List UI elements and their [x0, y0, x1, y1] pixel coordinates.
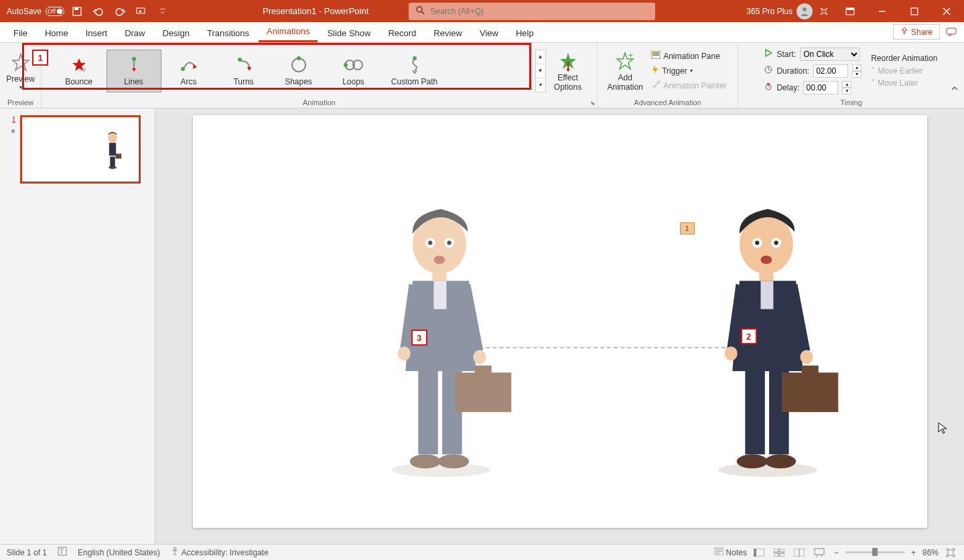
- tab-file[interactable]: File: [5, 24, 36, 42]
- gallery-item-custom-path[interactable]: Custom Path: [381, 50, 448, 92]
- account-label: 365 Pro Plus: [746, 7, 793, 16]
- tab-review[interactable]: Review: [425, 24, 470, 42]
- svg-rect-8: [846, 8, 854, 10]
- language-indicator[interactable]: English (United States): [78, 548, 160, 557]
- slide-thumbnail-1[interactable]: 1 ★: [4, 115, 151, 184]
- svg-rect-86: [774, 553, 778, 557]
- zoom-level[interactable]: 86%: [922, 548, 939, 557]
- add-animation-icon: +: [615, 50, 635, 74]
- qat-more-button[interactable]: [154, 3, 171, 20]
- tab-slideshow[interactable]: Slide Show: [319, 24, 378, 42]
- thumbnail-number: 1: [11, 115, 16, 125]
- svg-rect-10: [911, 8, 918, 15]
- slide-sorter-view-button[interactable]: [771, 546, 787, 559]
- gallery-item-lines[interactable]: Lines: [107, 50, 161, 92]
- text-format-icon[interactable]: T: [58, 547, 67, 558]
- animation-order-tag[interactable]: 1: [680, 222, 695, 234]
- svg-rect-28: [652, 52, 659, 54]
- tab-help[interactable]: Help: [508, 24, 542, 42]
- share-icon: [900, 27, 908, 37]
- ribbon: 1 Preview ▾ Preview Y Bounce Lines: [0, 43, 964, 109]
- gallery-item-bounce[interactable]: Y Bounce: [52, 50, 107, 92]
- start-play-icon: [764, 49, 772, 59]
- animation-pane-button[interactable]: Animation Pane: [648, 50, 730, 62]
- search-box[interactable]: [409, 3, 655, 20]
- tab-design[interactable]: Design: [155, 24, 198, 42]
- ribbon-display-button[interactable]: [835, 0, 865, 22]
- svg-point-47: [433, 255, 445, 264]
- tab-insert[interactable]: Insert: [78, 24, 116, 42]
- svg-point-64: [760, 255, 772, 264]
- gallery-item-loops[interactable]: Loops: [326, 50, 381, 92]
- businessman-figure[interactable]: [694, 209, 841, 477]
- trigger-button[interactable]: Trigger ▾: [648, 64, 730, 78]
- delay-label: Delay:: [776, 83, 799, 92]
- share-button[interactable]: Share: [893, 24, 940, 40]
- reading-view-button[interactable]: [791, 546, 807, 559]
- tab-animations[interactable]: Animations: [259, 22, 318, 42]
- zoom-slider[interactable]: [845, 551, 904, 553]
- redo-button[interactable]: [111, 3, 129, 20]
- zoom-out-button[interactable]: −: [831, 548, 841, 557]
- gallery-item-arcs[interactable]: Arcs: [161, 50, 216, 92]
- zoom-in-button[interactable]: +: [908, 548, 918, 557]
- duration-spinner[interactable]: ▲▼: [852, 64, 862, 78]
- custom-path-icon: [407, 56, 423, 74]
- svg-point-61: [755, 240, 759, 244]
- tab-record[interactable]: Record: [380, 24, 424, 42]
- tab-home[interactable]: Home: [37, 24, 76, 42]
- advanced-animation-group-label: Advanced Animation: [634, 98, 701, 108]
- from-beginning-button[interactable]: [133, 3, 150, 20]
- accessibility-button[interactable]: Accessibility: Investigate: [171, 547, 269, 558]
- start-select[interactable]: On Click: [800, 48, 860, 61]
- normal-view-button[interactable]: [751, 546, 767, 559]
- add-animation-button[interactable]: + Add Animation: [606, 48, 644, 94]
- effect-options-button[interactable]: Effect Options: [549, 48, 588, 94]
- account-button[interactable]: 365 Pro Plus: [746, 3, 813, 19]
- delay-spinner[interactable]: ▲▼: [842, 81, 851, 94]
- move-later-button[interactable]: ˅ Move Later: [871, 78, 937, 88]
- tab-transitions[interactable]: Transitions: [199, 24, 257, 42]
- tutorial-marker-2: 2: [741, 328, 757, 344]
- fit-to-window-button[interactable]: [943, 546, 959, 559]
- tab-draw[interactable]: Draw: [117, 24, 153, 42]
- svg-point-20: [297, 56, 301, 60]
- gallery-item-turns[interactable]: Turns: [216, 50, 271, 92]
- gallery-item-shapes[interactable]: Shapes: [271, 50, 326, 92]
- undo-button[interactable]: [90, 3, 107, 20]
- gallery-up-button[interactable]: ▲: [536, 50, 545, 64]
- svg-rect-13: [947, 28, 956, 34]
- tab-view[interactable]: View: [472, 24, 506, 42]
- move-earlier-button[interactable]: ˄ Move Earlier: [871, 66, 937, 76]
- status-bar: Slide 1 of 1 T English (United States) A…: [0, 544, 964, 560]
- notes-button[interactable]: Notes: [714, 547, 747, 557]
- coming-soon-button[interactable]: [815, 3, 833, 20]
- trigger-icon: [651, 65, 659, 76]
- slideshow-view-button[interactable]: [811, 546, 827, 559]
- duration-input[interactable]: [813, 64, 848, 78]
- save-button[interactable]: [68, 3, 86, 20]
- gallery-down-button[interactable]: ▼: [536, 64, 545, 78]
- svg-point-71: [736, 454, 767, 468]
- gallery-more-button[interactable]: ▾: [536, 78, 545, 92]
- search-input[interactable]: [430, 7, 648, 16]
- slide-indicator[interactable]: Slide 1 of 1: [7, 548, 47, 557]
- close-button[interactable]: [932, 0, 961, 22]
- collapse-ribbon-button[interactable]: [951, 84, 959, 94]
- comments-button[interactable]: [944, 25, 959, 40]
- maximize-button[interactable]: [900, 0, 929, 22]
- delay-input[interactable]: [803, 81, 838, 94]
- animation-painter-button[interactable]: Animation Painter: [648, 79, 730, 92]
- gallery-spin: ▲ ▼ ▾: [535, 50, 546, 92]
- animation-painter-icon: [651, 80, 661, 90]
- svg-point-15: [132, 57, 136, 61]
- autosave-label: AutoSave: [7, 7, 42, 16]
- autosave-toggle[interactable]: AutoSave Off: [7, 7, 64, 16]
- slide-canvas-area[interactable]: 1: [155, 109, 964, 544]
- animation-group-launcher[interactable]: ⬊: [590, 100, 596, 107]
- ribbon-tabs: File Home Insert Draw Design Transitions…: [0, 22, 964, 43]
- svg-rect-87: [780, 553, 784, 557]
- svg-text:+: +: [628, 52, 633, 60]
- turns-icon: [234, 56, 253, 74]
- minimize-button[interactable]: [868, 0, 897, 22]
